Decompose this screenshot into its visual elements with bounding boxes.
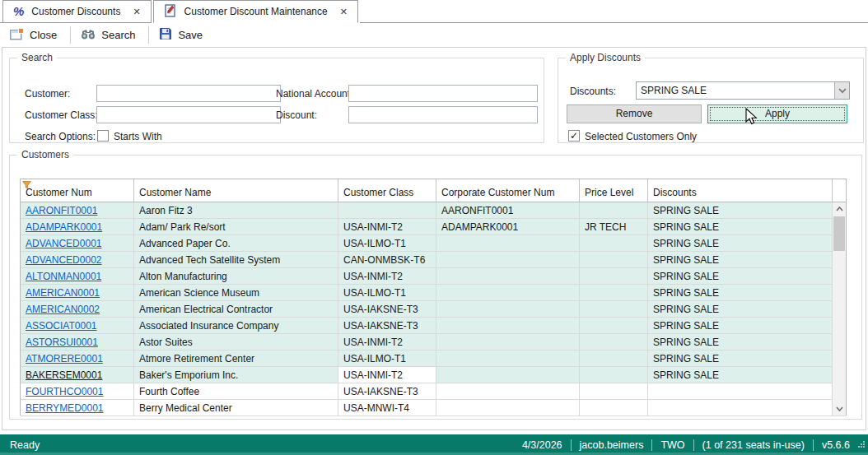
cell-customer-name: Atmore Retirement Center	[134, 351, 338, 366]
table-row[interactable]: ASSOCIAT0001Associated Insurance Company…	[21, 318, 846, 334]
status-separator	[693, 439, 694, 451]
customer-num-link[interactable]: ALTONMAN0001	[26, 271, 101, 282]
search-button-label: Search	[101, 29, 135, 41]
resize-grip-icon[interactable]	[857, 439, 866, 451]
table-row[interactable]: BERRYMED0001Berry Medical CenterUSA-MNWI…	[21, 400, 846, 416]
cell-customer-num: AMERICAN0002	[21, 301, 134, 317]
status-separator	[571, 439, 572, 451]
remove-button[interactable]: Remove	[567, 104, 702, 123]
table-row[interactable]: ATMORERE0001Atmore Retirement CenterUSA-…	[21, 351, 846, 367]
cell-customer-name: Astor Suites	[134, 334, 338, 350]
table-row[interactable]: ADVANCED0001Advanced Paper Co.USA-ILMO-T…	[21, 235, 846, 252]
vertical-scrollbar[interactable]	[832, 202, 846, 416]
table-row[interactable]: ADVANCED0002Advanced Tech Satellite Syst…	[21, 252, 846, 268]
selected-customers-only-label: Selected Customers Only	[585, 131, 697, 142]
customer-num-link[interactable]: BERRYMED0001	[26, 402, 104, 414]
column-header-corporate-customer-num[interactable]: Corporate Customer Num	[436, 179, 580, 202]
close-button[interactable]: Close	[3, 26, 67, 45]
cell-customer-name: Associated Insurance Company	[134, 318, 338, 333]
status-item: TWO	[660, 439, 684, 451]
cell-customer-name: Adam/ Park Re/sort	[134, 219, 338, 234]
cell-price-level	[580, 367, 648, 383]
customer-num-link[interactable]: AMERICAN0002	[26, 304, 100, 315]
table-row[interactable]: BAKERSEM0001Baker's Emporium Inc.USA-INM…	[21, 367, 846, 383]
apply-button[interactable]: Apply	[707, 104, 847, 123]
discounts-label: Discounts:	[570, 86, 616, 97]
customer-class-input[interactable]	[96, 106, 281, 123]
customer-num-link[interactable]: ASSOCIAT0001	[26, 320, 96, 332]
starts-with-checkbox[interactable]	[97, 130, 109, 142]
cell-price-level	[580, 334, 648, 350]
table-row[interactable]: AMERICAN0002American Electrical Contract…	[21, 301, 846, 318]
customer-num-link[interactable]: ADAMPARK0001	[26, 221, 102, 233]
cell-customer-class: USA-IAKSNE-T3	[338, 318, 436, 333]
table-row[interactable]: ALTONMAN0001Alton ManufacturingUSA-INMI-…	[21, 268, 846, 285]
table-row[interactable]: ADAMPARK0001Adam/ Park Re/sortUSA-INMI-T…	[21, 219, 846, 235]
save-button[interactable]: Save	[152, 25, 212, 45]
cell-customer-class: USA-MNWI-T4	[338, 400, 436, 416]
tab-customer-discounts[interactable]: % Customer Discounts ✕	[2, 0, 152, 23]
cell-corporate-customer-num	[436, 334, 580, 350]
customer-input[interactable]	[96, 85, 281, 102]
search-button[interactable]: Search	[74, 26, 145, 45]
cell-corporate-customer-num	[436, 351, 580, 366]
column-header-discounts[interactable]: Discounts	[648, 179, 833, 202]
cell-customer-num: ASSOCIAT0001	[21, 318, 134, 333]
cell-customer-class: USA-IAKSNE-T3	[338, 301, 436, 317]
discount-label: Discount:	[276, 109, 317, 121]
scrollbar-thumb[interactable]	[833, 216, 845, 251]
mouse-cursor	[744, 108, 760, 128]
tab-close-icon[interactable]: ✕	[133, 7, 140, 17]
cell-customer-name: Alton Manufacturing	[134, 268, 338, 284]
table-row[interactable]: FOURTHCO0001Fourth CoffeeUSA-IAKSNE-T3	[21, 383, 846, 400]
cell-customer-class: USA-IAKSNE-T3	[338, 383, 436, 399]
table-row[interactable]: AARONFIT0001Aaron Fitz 3AARONFIT0001SPRI…	[21, 202, 846, 219]
cell-discounts: SPRING SALE	[648, 334, 833, 350]
cell-customer-num: AMERICAN0001	[21, 285, 134, 300]
tab-close-icon[interactable]: ✕	[340, 7, 348, 17]
table-row[interactable]: AMERICAN0001American Science MuseumUSA-I…	[21, 285, 846, 301]
customer-num-link[interactable]: ADVANCED0001	[26, 238, 101, 249]
customer-num-link[interactable]: AARONFIT0001	[26, 205, 97, 216]
column-header-price-level[interactable]: Price Level	[580, 179, 648, 202]
status-bar: Ready 4/3/2026jacob.beimersTWO(1 of 231 …	[0, 434, 868, 455]
national-account-input[interactable]	[348, 85, 538, 102]
window-close-icon	[10, 28, 24, 43]
customer-num-link[interactable]: BAKERSEM0001	[26, 369, 102, 381]
chevron-down-icon[interactable]	[834, 82, 849, 99]
cell-discounts: SPRING SALE	[648, 235, 833, 251]
column-header-customer-class[interactable]: Customer Class	[338, 179, 436, 202]
customers-group: Customers Customer NumCustomer NameCusto…	[9, 155, 862, 420]
cell-corporate-customer-num	[436, 318, 580, 333]
customer-num-link[interactable]: ATMORERE0001	[26, 353, 103, 364]
customer-num-link[interactable]: ASTORSUI0001	[26, 337, 98, 348]
status-item: jacob.beimers	[580, 439, 644, 451]
apply-discounts-legend: Apply Discounts	[566, 52, 645, 63]
cell-customer-class: USA-INMI-T2	[338, 367, 436, 383]
cell-customer-num: ATMORERE0001	[21, 351, 134, 366]
save-icon	[159, 27, 172, 43]
customer-num-link[interactable]: ADVANCED0002	[26, 254, 101, 266]
discounts-dropdown[interactable]: SPRING SALE	[636, 81, 850, 100]
cell-corporate-customer-num	[436, 301, 580, 317]
cell-customer-name: Aaron Fitz 3	[134, 202, 338, 218]
column-header-customer-num[interactable]: Customer Num	[21, 179, 134, 202]
scroll-down-icon[interactable]	[833, 402, 846, 416]
discount-input[interactable]	[348, 106, 538, 123]
cell-customer-num: ADVANCED0002	[21, 252, 134, 267]
cell-customer-name: Advanced Tech Satellite System	[134, 252, 338, 267]
scroll-up-icon[interactable]	[833, 202, 846, 216]
column-header-customer-name[interactable]: Customer Name	[134, 179, 338, 202]
customer-num-link[interactable]: FOURTHCO0001	[26, 386, 103, 397]
tab-bar-filler	[360, 0, 868, 23]
cell-discounts: SPRING SALE	[648, 367, 833, 383]
tab-customer-discount-maintenance[interactable]: Customer Discount Maintenance ✕	[153, 0, 358, 23]
selected-customers-only-checkbox[interactable]: ✓	[568, 130, 580, 142]
percent-icon: %	[13, 5, 24, 18]
customer-num-link[interactable]: AMERICAN0001	[26, 287, 100, 299]
table-row[interactable]: ASTORSUI0001Astor SuitesUSA-INMI-T2SPRIN…	[21, 334, 846, 351]
cell-discounts: SPRING SALE	[648, 351, 833, 366]
customers-group-legend: Customers	[17, 149, 73, 160]
grid-body: AARONFIT0001Aaron Fitz 3AARONFIT0001SPRI…	[21, 202, 846, 416]
save-button-label: Save	[178, 29, 203, 41]
